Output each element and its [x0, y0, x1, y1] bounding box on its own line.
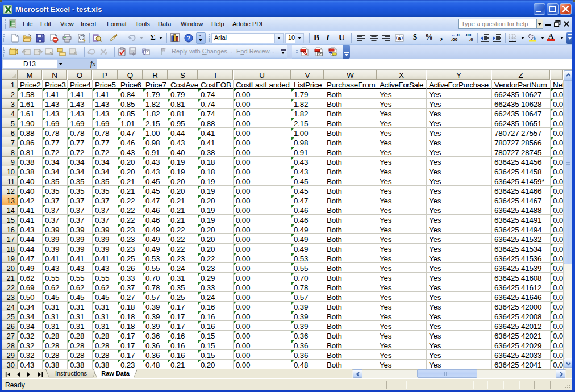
svg-text:a: a [398, 36, 401, 41]
svg-text:?: ? [187, 35, 191, 41]
